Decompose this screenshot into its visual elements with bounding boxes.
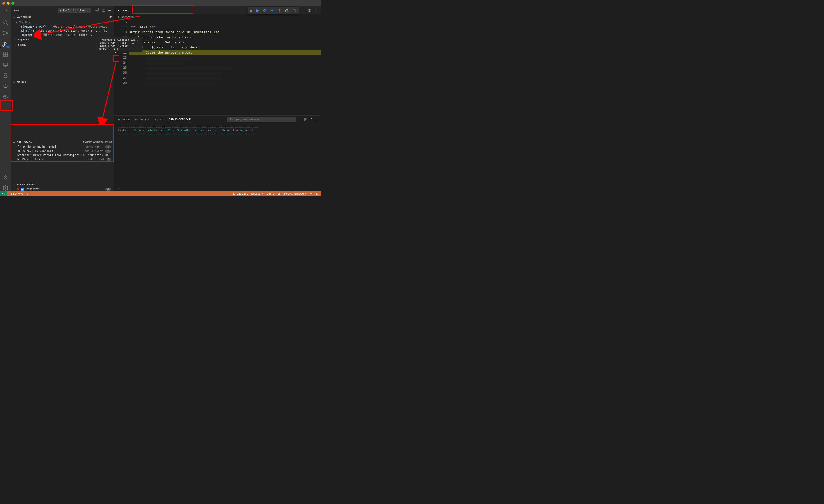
docker-icon[interactable] — [2, 93, 9, 100]
run-title: RUN — [14, 9, 20, 12]
breakpoint-dot-icon — [16, 188, 19, 190]
robot-icon[interactable] — [2, 83, 9, 89]
drag-handle-icon[interactable]: ⠿ — [249, 9, 253, 13]
console-input[interactable]: › — [114, 186, 321, 191]
step-into-button[interactable] — [269, 8, 275, 14]
debug-console-output: ========================================… — [114, 123, 321, 186]
code-editor[interactable]: 16171819202122232425262728 *** Tasks ***… — [114, 19, 321, 115]
editor-tab[interactable]: ≡ tasks.ro — [114, 6, 135, 14]
debug-status-icon[interactable] — [26, 192, 29, 195]
svg-rect-7 — [6, 52, 8, 54]
svg-rect-8 — [3, 55, 5, 56]
encoding[interactable]: UTF-8 — [267, 192, 275, 195]
eol[interactable]: LF — [278, 192, 281, 195]
run-sidebar: RUN ▶ No Configurations ⌄ ⋯ ⌄ VARIABLES … — [11, 6, 114, 191]
window-minimize-icon[interactable] — [7, 2, 10, 5]
errors-warnings[interactable]: 0 0 — [11, 192, 23, 195]
tab-debug-console[interactable]: DEBUG CONSOLE — [169, 116, 191, 122]
explorer-icon[interactable] — [2, 9, 9, 15]
testing-icon[interactable] — [2, 72, 9, 79]
stop-button[interactable] — [291, 8, 297, 14]
stack-frame[interactable]: TestSuite: Taskstasks.robot1 — [11, 157, 114, 161]
svg-point-30 — [310, 193, 312, 194]
chevron-right-icon: › — [16, 43, 16, 46]
svg-point-13 — [6, 86, 6, 87]
variable-row[interactable]: '@{orders}': Table(columns=['Order numbe… — [11, 33, 114, 37]
source-control-icon[interactable] — [2, 30, 9, 36]
extensions-icon[interactable] — [2, 51, 9, 58]
variable-row[interactable]: '${RECEIPTS_DIR}': '/Users/janipalsamaki… — [11, 25, 114, 29]
restart-button[interactable] — [284, 8, 290, 14]
svg-point-25 — [265, 11, 265, 12]
window-close-icon[interactable] — [2, 2, 5, 5]
titlebar — [0, 0, 321, 6]
window-maximize-icon[interactable] — [11, 2, 14, 5]
stack-frame[interactable]: TestCase: Order robots from RobotSpareBi… — [11, 153, 114, 157]
step-out-button[interactable] — [276, 8, 283, 14]
variable-row[interactable]: '&{row}': {'Address': 'Address 123', 'Bo… — [11, 29, 114, 33]
variable-tooltip: {'Address': 'Address 123', 'Body': '2', … — [97, 37, 142, 52]
variables-section[interactable]: ⌄ VARIABLES — [11, 14, 114, 19]
cursor-position[interactable]: Ln 22, Col 1 — [233, 192, 248, 195]
step-over-button[interactable] — [262, 8, 268, 14]
continue-button[interactable] — [254, 8, 261, 14]
indentation[interactable]: Spaces: 4 — [251, 192, 263, 195]
breakpoint-row[interactable]: tasks.robot 22 — [11, 187, 114, 191]
debug-badge: 1 — [6, 45, 10, 48]
callstack-status: PAUSED ON BREAKPOINT — [83, 141, 112, 143]
chevron-down-icon: ⌄ — [16, 20, 18, 24]
watch-section[interactable]: ⌄ WATCH — [11, 79, 114, 84]
collapse-panel-icon[interactable]: ⌃ — [310, 118, 312, 121]
split-editor-icon[interactable] — [308, 9, 311, 12]
notifications-icon[interactable] — [316, 192, 319, 195]
debug-toolbar: ⠿ — [248, 7, 299, 14]
play-icon: ▶ — [60, 9, 62, 12]
remote-explorer-icon[interactable] — [2, 62, 9, 68]
accounts-icon[interactable] — [2, 174, 9, 181]
collapse-all-icon[interactable] — [109, 15, 112, 19]
clear-console-icon[interactable] — [303, 118, 307, 121]
filter-input[interactable] — [227, 117, 296, 122]
svg-rect-22 — [110, 16, 111, 17]
svg-point-26 — [272, 12, 272, 12]
svg-rect-28 — [293, 10, 295, 12]
variables-scope[interactable]: ⌄ Variables — [11, 19, 114, 25]
chevron-down-icon: ⌄ — [13, 15, 15, 19]
settings-gear-icon[interactable] — [2, 185, 9, 191]
more-icon[interactable]: ⋯ — [315, 9, 318, 12]
editor-area: ≡ tasks.ro ⋯ ≡ tasks.robot 1617181920212… — [114, 6, 321, 191]
debug-console-icon[interactable] — [102, 9, 105, 12]
close-panel-icon[interactable]: ✕ — [315, 118, 318, 121]
chevron-down-icon: ⌄ — [13, 80, 15, 83]
callstack-section[interactable]: ⌄ CALL STACK PAUSED ON BREAKPOINT — [11, 140, 114, 145]
breadcrumb[interactable]: ≡ tasks.robot — [114, 14, 321, 19]
svg-rect-9 — [6, 55, 8, 56]
remote-indicator[interactable] — [0, 191, 7, 196]
breakpoint-checkbox[interactable] — [21, 188, 24, 191]
svg-rect-23 — [110, 16, 112, 18]
language-mode[interactable]: Robot Framework — [284, 192, 306, 195]
svg-point-18 — [5, 176, 6, 178]
chevron-down-icon: ⌄ — [13, 183, 15, 186]
run-debug-icon[interactable]: 1 — [2, 40, 9, 47]
feedback-icon[interactable] — [309, 192, 312, 195]
config-label: No Configurations — [63, 9, 85, 12]
svg-point-2 — [4, 34, 5, 35]
stack-frame[interactable]: FOR ${row} IN @{orders}tasks.robot21 — [11, 149, 114, 153]
search-icon[interactable] — [2, 19, 9, 26]
svg-rect-17 — [5, 95, 5, 96]
chevron-right-icon: › — [16, 38, 16, 41]
svg-rect-21 — [102, 9, 105, 11]
svg-point-19 — [5, 187, 6, 189]
gear-icon[interactable] — [95, 9, 99, 12]
tab-output[interactable]: OUTPUT — [154, 117, 164, 122]
svg-point-12 — [5, 86, 5, 87]
stack-frame[interactable]: Close the annoying modaltasks.robot22 — [11, 145, 114, 149]
breakpoints-section[interactable]: ⌄ BREAKPOINTS — [11, 182, 114, 187]
tab-problems[interactable]: PROBLEMS — [135, 117, 149, 122]
run-config-select[interactable]: ▶ No Configurations ⌄ — [58, 8, 91, 13]
more-icon[interactable]: ⋯ — [108, 9, 111, 12]
svg-rect-10 — [3, 63, 8, 66]
tab-terminal[interactable]: TERMINAL — [118, 117, 130, 122]
run-header: RUN ▶ No Configurations ⌄ ⋯ — [11, 6, 114, 14]
